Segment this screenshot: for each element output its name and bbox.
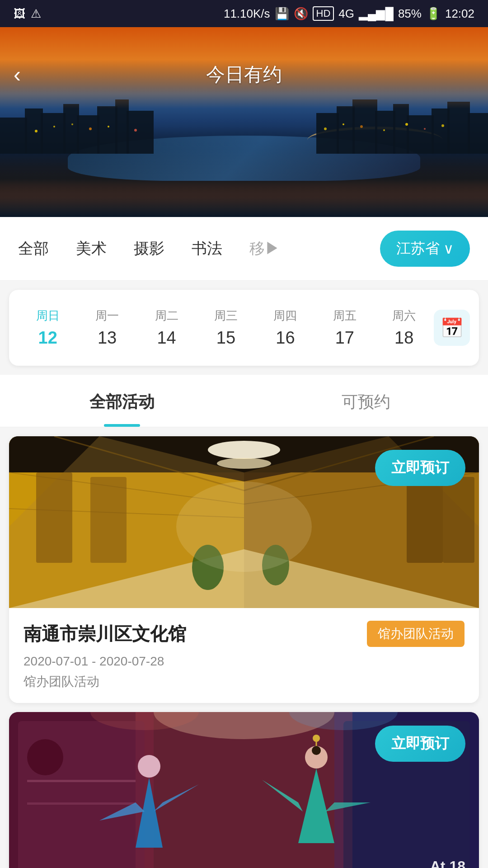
svg-point-71: [312, 746, 321, 755]
cat-calligraphy[interactable]: 书法: [178, 234, 236, 264]
day-tuesday[interactable]: 周二 14: [137, 303, 196, 352]
svg-rect-10: [352, 99, 377, 154]
svg-rect-3: [63, 104, 79, 154]
category-bar: 全部 美术 摄影 书法 移▶ 江苏省 ∨: [0, 217, 488, 281]
card-title-1: 南通市崇川区文化馆: [23, 622, 186, 646]
svg-rect-49: [407, 472, 443, 563]
card-date-1: 2020-07-01 - 2020-07-28: [23, 654, 465, 669]
day-monday[interactable]: 周一 13: [77, 303, 136, 352]
hd-badge: HD: [313, 6, 334, 21]
svg-rect-57: [27, 780, 136, 782]
svg-point-21: [108, 126, 109, 127]
province-label: 江苏省: [396, 239, 440, 259]
card-image-2: 立即预订 At 18: [9, 712, 479, 868]
day-sunday-num: 12: [38, 328, 57, 348]
day-wednesday[interactable]: 周三 15: [196, 303, 255, 352]
svg-rect-2: [41, 113, 66, 154]
svg-rect-58: [27, 802, 136, 805]
svg-rect-48: [90, 477, 127, 563]
province-button[interactable]: 江苏省 ∨: [380, 231, 470, 267]
svg-point-29: [441, 124, 444, 127]
battery-level: 85%: [398, 7, 422, 21]
day-thursday-label: 周四: [273, 308, 297, 324]
svg-rect-16: [468, 113, 488, 154]
svg-rect-1: [25, 108, 43, 154]
cat-photo[interactable]: 摄影: [120, 234, 178, 264]
svg-point-19: [89, 127, 92, 130]
sd-icon: 💾: [275, 7, 289, 21]
day-friday-label: 周五: [333, 308, 357, 324]
day-sunday-label: 周日: [36, 308, 60, 324]
svg-point-35: [208, 441, 280, 459]
svg-point-56: [27, 739, 63, 775]
hero-section: ‹ 今日有约: [0, 27, 488, 217]
svg-rect-50: [443, 477, 474, 563]
day-saturday[interactable]: 周六 18: [375, 303, 434, 352]
status-left: 🖼 ⚠: [14, 7, 41, 21]
svg-rect-0: [0, 118, 27, 154]
svg-rect-9: [337, 106, 355, 154]
svg-point-23: [324, 127, 327, 130]
cat-art[interactable]: 美术: [62, 234, 120, 264]
book-now-badge-2[interactable]: 立即预订: [375, 726, 465, 762]
svg-point-27: [405, 123, 408, 126]
svg-point-22: [134, 129, 137, 132]
venue-tag-1: 馆办团队活动: [367, 621, 465, 647]
header: ‹ 今日有约: [0, 54, 488, 95]
cat-more[interactable]: 移▶: [236, 234, 294, 264]
day-thursday-num: 16: [276, 328, 295, 348]
svg-rect-47: [36, 472, 72, 563]
warning-icon: ⚠: [31, 7, 41, 21]
day-friday-num: 17: [335, 328, 354, 348]
tab-all-activities[interactable]: 全部活动: [0, 375, 244, 427]
battery-icon: 🔋: [426, 7, 441, 21]
activity-card-1[interactable]: 立即预订 南通市崇川区文化馆 馆办团队活动 2020-07-01 - 2020-…: [9, 436, 479, 703]
signal-bars: ▂▄▆█: [359, 7, 394, 21]
day-tuesday-label: 周二: [155, 308, 178, 324]
svg-rect-7: [127, 111, 154, 154]
cat-all[interactable]: 全部: [18, 234, 62, 264]
svg-point-20: [71, 123, 73, 125]
activity-card-2[interactable]: 立即预订 At 18: [9, 712, 479, 868]
status-bar: 🖼 ⚠ 11.10K/s 💾 🔇 HD 4G ▂▄▆█ 85% 🔋 12:02: [0, 0, 488, 27]
svg-point-28: [424, 128, 426, 130]
chevron-down-icon: ∨: [443, 240, 454, 257]
gallery-icon: 🖼: [14, 7, 25, 21]
svg-rect-5: [97, 106, 117, 154]
svg-point-24: [343, 123, 344, 125]
svg-rect-15: [447, 102, 470, 154]
card-image-1: 立即预订: [9, 436, 479, 608]
day-saturday-num: 18: [394, 328, 413, 348]
day-monday-label: 周一: [95, 308, 119, 324]
activity-tabs: 全部活动 可预约: [0, 375, 488, 427]
signal-type: 4G: [338, 7, 354, 21]
cards-container: 立即预订 南通市崇川区文化馆 馆办团队活动 2020-07-01 - 2020-…: [0, 427, 488, 868]
svg-rect-12: [393, 104, 409, 154]
day-thursday[interactable]: 周四 16: [256, 303, 315, 352]
book-now-badge-1[interactable]: 立即预订: [375, 450, 465, 486]
svg-rect-4: [77, 115, 99, 154]
calendar-icon: 📅: [440, 317, 464, 339]
day-wednesday-num: 15: [216, 328, 235, 348]
card-info-1: 南通市崇川区文化馆 馆办团队活动 2020-07-01 - 2020-07-28…: [9, 608, 479, 703]
day-friday[interactable]: 周五 17: [315, 303, 374, 352]
svg-point-46: [176, 481, 312, 572]
svg-rect-11: [375, 111, 395, 154]
day-wednesday-label: 周三: [214, 308, 238, 324]
day-sunday[interactable]: 周日 12: [18, 303, 77, 352]
svg-rect-14: [432, 108, 450, 154]
back-button[interactable]: ‹: [14, 64, 21, 85]
card-title-row-1: 南通市崇川区文化馆 馆办团队活动: [23, 621, 465, 647]
svg-point-60: [138, 755, 160, 778]
day-tuesday-num: 14: [157, 328, 176, 348]
full-calendar-button[interactable]: 📅: [434, 310, 470, 346]
svg-point-25: [360, 125, 363, 128]
svg-point-36: [217, 458, 271, 469]
network-speed: 11.10K/s: [224, 7, 270, 21]
day-monday-num: 13: [98, 328, 117, 348]
day-saturday-label: 周六: [392, 308, 416, 324]
page-title: 今日有约: [206, 62, 282, 87]
svg-rect-8: [316, 113, 339, 154]
svg-rect-13: [407, 115, 434, 154]
tab-bookable[interactable]: 可预约: [244, 375, 488, 427]
